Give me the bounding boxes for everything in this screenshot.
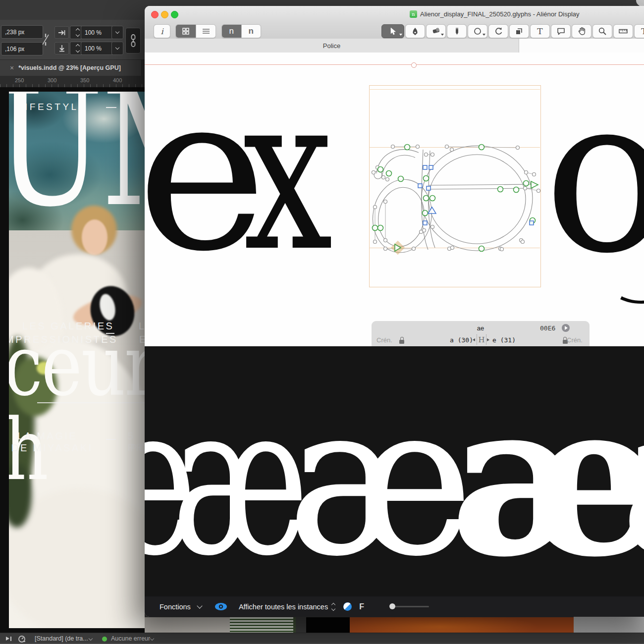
stepper-up-icon[interactable] [76,28,80,32]
list-view-button[interactable] [196,25,215,38]
metrics-arrow-left-icon [473,338,475,341]
annotation-tool-button[interactable] [551,24,571,38]
scale-y-field[interactable]: 100 % [81,42,115,55]
display-style-segmented[interactable]: n n [221,24,261,38]
window-title: Alienor_display_FINAL_250520.glyphs - Al… [420,10,580,18]
pencil-tool-button[interactable] [447,24,467,38]
horizontal-ruler[interactable]: 250 300 350 400 [0,76,145,88]
cursor-icon [390,27,396,35]
ruler-tick-label: 250 [15,77,24,83]
n-outline-icon: n [229,26,234,36]
preflight-gauge-icon[interactable] [18,635,26,643]
contrast-toggle-icon[interactable] [343,602,352,611]
zoom-window-button[interactable] [171,11,178,18]
corner-nodes[interactable] [418,165,534,225]
offcurve-handles[interactable] [372,145,540,251]
outline-n-button[interactable]: n [222,25,241,38]
ae-outline[interactable] [368,146,534,257]
scale-x-field[interactable]: 100 % [81,26,115,39]
cover-bottom-left-line1: LA MAGIE [17,430,77,442]
stepper-down-icon[interactable] [76,49,80,53]
edit-canvas[interactable]: e x o [145,53,644,346]
close-icon[interactable]: × [10,64,14,72]
doc-tab[interactable]: × *visuels.indd @ 23% [Aperçu GPU] [0,60,142,76]
extra-tool-icon: T [641,26,644,36]
handle-lines [375,147,538,249]
updown-chevrons-icon[interactable] [332,603,335,610]
size-slider-thumb[interactable] [389,603,395,609]
rotate-icon [495,27,502,35]
tab-edit-active[interactable] [519,39,644,53]
magazine-page[interactable]: LIFESTYLE UMÉ LES GALERIES IMPRESSIONIST… [9,92,145,628]
measure-tool-button[interactable] [613,24,633,38]
view-mode-segmented[interactable] [175,24,216,38]
text-tool-button[interactable]: T [530,24,550,38]
window-title-group: n Alienor_display_FINAL_250520.glyphs - … [410,6,580,22]
cover-masthead: UMÉ [9,92,145,238]
toolbar: i n [145,22,644,39]
chevron-down-icon[interactable] [89,637,93,641]
unlink-dimensions-icon[interactable] [41,30,51,50]
preview-bottom-bar: Fonctions Afficher toutes les instances … [145,596,644,617]
stepper-up-icon[interactable] [76,44,80,48]
smooth-nodes[interactable] [373,145,536,252]
glyph-unicode[interactable]: 00E6 [540,324,555,332]
shapes-tool-button[interactable] [468,24,487,38]
extra-tool-button[interactable]: T [634,24,644,38]
draw-tool-button[interactable] [405,24,425,38]
left-sidebearing[interactable]: a (30) [450,336,473,344]
cover-serif-headline: ceur h [9,323,145,492]
height-field[interactable]: ,106 px [1,42,43,55]
instance-glyph-regular: æ [287,359,473,601]
right-sidebearing[interactable]: e (31) [492,336,516,344]
stepper-down-icon[interactable] [76,33,80,37]
width-field[interactable]: ,238 px [1,25,43,39]
lock-left-icon[interactable] [399,340,404,344]
filled-n-button[interactable]: n [241,25,261,38]
preview-eye-icon[interactable] [215,602,227,611]
pen-nib-icon [412,27,418,36]
ruler-tick-label: 350 [80,77,89,83]
minimize-window-button[interactable] [161,11,168,18]
show-all-instances[interactable]: Afficher toutes les instances [239,603,328,611]
select-tool-button[interactable] [381,24,404,38]
transform-tool-button[interactable] [509,24,529,38]
rotate-tool-button[interactable] [488,24,508,38]
tab-font[interactable]: Police [145,39,519,53]
spread-strip [145,617,574,633]
no-error-dot [102,637,107,642]
speech-bubble-icon [557,28,565,35]
scale-x-icon-button[interactable] [54,26,69,39]
next-page-icon[interactable] [6,637,9,641]
cover-bottom-right-line2: PO [130,442,145,454]
title-bar[interactable]: n Alienor_display_FINAL_250520.glyphs - … [145,6,644,23]
dropdown-triangle-icon [399,34,402,36]
scale-y-icon-button[interactable] [54,42,69,54]
chevron-down-icon[interactable] [150,637,154,641]
functions-dropdown[interactable]: Fonctions [160,603,191,611]
hand-tool-button[interactable] [572,24,591,38]
size-slider-track[interactable] [392,606,429,607]
grid-icon [182,28,189,35]
spread-image-wall [145,617,239,633]
chevron-down-icon[interactable] [197,603,202,608]
glyphs-window[interactable]: n Alienor_display_FINAL_250520.glyphs - … [145,6,644,617]
grid-view-button[interactable] [176,25,196,38]
no-error-label[interactable]: Aucune erreur [111,635,150,642]
scale-y-dropdown[interactable] [111,42,123,55]
close-window-button[interactable] [151,11,159,18]
edit-letter-o: o [544,53,644,301]
kern-left-label[interactable]: Crén. [376,336,392,344]
glyph-layer[interactable]: e x o [145,53,644,346]
scale-x-dropdown[interactable] [111,26,123,39]
link-scales-button[interactable] [125,28,141,54]
unicode-arrow-button[interactable] [562,324,570,332]
ruler-tick-label: 400 [113,77,122,83]
erase-tool-button[interactable] [426,24,446,38]
info-icon: i [161,27,163,36]
kern-right-label[interactable]: Crén. [567,336,583,344]
info-panel-button[interactable]: i [154,24,170,38]
preset-label[interactable]: [Standard] (de tra... [35,635,88,642]
list-icon [202,28,210,34]
zoom-tool-button[interactable] [592,24,612,38]
